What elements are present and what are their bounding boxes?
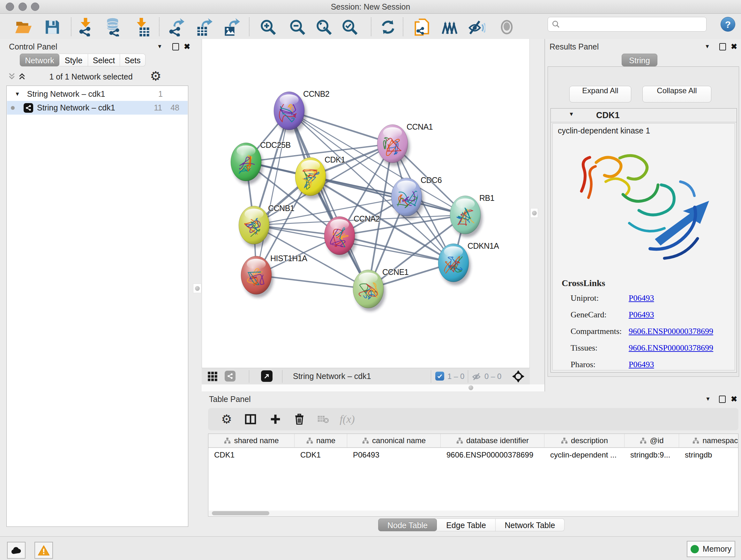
column-header[interactable]: description: [544, 434, 624, 447]
tab-network[interactable]: Network: [20, 54, 59, 66]
tab-sets[interactable]: Sets: [120, 54, 145, 66]
zoom-fit-button[interactable]: [314, 18, 333, 36]
cell-canonical-name[interactable]: P06493: [347, 450, 441, 459]
help-button[interactable]: ?: [721, 17, 735, 32]
tab-edge-table[interactable]: Edge Table: [437, 518, 495, 531]
node-result-header[interactable]: ▼ CDK1: [551, 109, 737, 122]
network-node-ccna1[interactable]: CCNA1: [377, 122, 433, 166]
cell-description[interactable]: cyclin-dependent ...: [544, 450, 624, 459]
left-splitter[interactable]: [190, 39, 202, 384]
tab-network-table[interactable]: Network Table: [495, 518, 564, 531]
zoom-in-button[interactable]: [259, 18, 278, 36]
collapse-all-chevron-icon[interactable]: [8, 72, 16, 80]
open-session-button[interactable]: [14, 18, 33, 36]
network-collection-row[interactable]: ▼ String Network – cdk1 1: [7, 87, 188, 101]
network-node-ccne1[interactable]: CCNE1: [353, 267, 408, 311]
expand-all-button[interactable]: Expand All: [569, 86, 631, 103]
cell-id[interactable]: stringdb:9...: [624, 450, 679, 459]
network-row-selected[interactable]: String Network – cdk1 11 48: [7, 101, 188, 115]
tab-select[interactable]: Select: [88, 54, 120, 66]
right-splitter[interactable]: [530, 39, 544, 384]
network-node-rb1[interactable]: RB1: [450, 193, 494, 237]
import-table-file-button[interactable]: [133, 18, 152, 36]
control-panel-menu-icon[interactable]: ▼: [157, 44, 162, 50]
table-panel-menu-icon[interactable]: ▼: [705, 396, 711, 402]
column-header[interactable]: name: [294, 434, 347, 447]
crosslink-pharos-link[interactable]: P06493: [629, 360, 654, 369]
zoom-out-button[interactable]: [288, 18, 307, 36]
grid-view-icon[interactable]: [207, 371, 218, 381]
horizontal-splitter-handle[interactable]: [468, 385, 473, 390]
table-horizontal-scrollbar[interactable]: [209, 510, 738, 516]
network-canvas[interactable]: CCNB2CCNA1CDC25BCDK1CDC6RB1CCNB1CCNA2CDK…: [202, 39, 530, 368]
control-panel-close-icon[interactable]: ✖: [184, 44, 190, 50]
memory-button[interactable]: Memory: [687, 541, 735, 557]
export-table-button[interactable]: [195, 18, 214, 36]
crosslink-tissues-link[interactable]: 9606.ENSP00000378699: [629, 343, 713, 353]
network-node-ccnb1[interactable]: CCNB1: [239, 204, 294, 247]
delete-column-trash-icon[interactable]: [289, 408, 310, 430]
expand-all-chevron-icon[interactable]: [18, 72, 26, 80]
zoom-in-icon: [260, 19, 276, 36]
column-header[interactable]: canonical name: [347, 434, 441, 447]
zoom-selected-button[interactable]: [340, 18, 359, 36]
hidden-eye-icon[interactable]: [472, 371, 482, 381]
search-input[interactable]: [560, 19, 698, 29]
export-network-button[interactable]: [166, 18, 186, 36]
cloud-status-button[interactable]: [7, 542, 25, 559]
selected-checkbox-icon[interactable]: [435, 372, 444, 381]
cell-name[interactable]: CDK1: [294, 450, 347, 459]
table-row[interactable]: CDK1 CDK1 P06493 9606.ENSP00000378699 cy…: [208, 448, 738, 462]
network-edge[interactable]: [256, 111, 289, 275]
import-network-database-button[interactable]: [104, 18, 123, 36]
show-columns-icon[interactable]: [240, 408, 261, 430]
search-box[interactable]: [548, 17, 706, 32]
new-network-from-selection-button[interactable]: [412, 18, 431, 36]
apply-layout-button[interactable]: [379, 18, 398, 36]
column-header[interactable]: database identifier: [441, 434, 544, 447]
crosslink-genecard-link[interactable]: P06493: [629, 310, 654, 320]
results-panel-close-icon[interactable]: ✖: [731, 44, 737, 50]
network-graph[interactable]: CCNB2CCNA1CDC25BCDK1CDC6RB1CCNB1CCNA2CDK…: [202, 39, 529, 367]
network-view-share-icon[interactable]: [225, 371, 235, 381]
save-session-button[interactable]: [43, 18, 62, 36]
collapse-all-button[interactable]: Collapse All: [643, 86, 711, 103]
column-header[interactable]: namespace: [679, 434, 738, 447]
cell-shared-name[interactable]: CDK1: [208, 450, 294, 459]
table-settings-gear-icon[interactable]: ⚙: [216, 408, 237, 430]
results-panel-menu-icon[interactable]: ▼: [704, 44, 710, 50]
table-panel-close-icon[interactable]: ✖: [731, 396, 737, 402]
control-panel-float-icon[interactable]: [172, 43, 179, 51]
network-node-ccnb2[interactable]: CCNB2: [274, 89, 329, 133]
collection-disclosure-icon[interactable]: ▼: [15, 91, 20, 98]
table-scrollbar-thumb[interactable]: [212, 511, 269, 515]
hide-selected-button[interactable]: [467, 18, 486, 36]
network-options-gear-icon[interactable]: ⚙: [150, 69, 161, 83]
column-header[interactable]: @id: [624, 434, 679, 447]
network-node-hist1h1a[interactable]: HIST1H1A: [241, 254, 307, 298]
birdseye-toggle-icon[interactable]: [512, 370, 525, 383]
right-splitter-handle[interactable]: [530, 208, 538, 218]
results-panel-float-icon[interactable]: [719, 43, 726, 51]
first-neighbors-button[interactable]: [441, 18, 460, 36]
column-header[interactable]: shared name: [208, 434, 294, 447]
crosslink-uniprot-link[interactable]: P06493: [629, 294, 654, 303]
detach-view-button[interactable]: [261, 370, 273, 382]
show-all-button[interactable]: [497, 18, 516, 36]
node-result-disclosure-icon[interactable]: ▼: [569, 111, 574, 118]
tab-string[interactable]: String: [622, 54, 657, 66]
network-node-cdc6[interactable]: CDC6: [391, 176, 442, 219]
add-column-icon[interactable]: [265, 408, 286, 430]
cell-database-identifier[interactable]: 9606.ENSP00000378699: [441, 450, 544, 459]
network-node-cdc25b[interactable]: CDC25B: [231, 140, 291, 184]
left-splitter-handle[interactable]: [193, 284, 201, 293]
crosslink-compartments-link[interactable]: 9606.ENSP00000378699: [629, 327, 713, 336]
table-panel-float-icon[interactable]: [719, 395, 726, 403]
network-node-cdkn1a[interactable]: CDKN1A: [438, 241, 499, 285]
warning-status-button[interactable]: [35, 542, 53, 559]
tab-node-table[interactable]: Node Table: [378, 518, 437, 531]
export-image-button[interactable]: [222, 18, 241, 36]
tab-style[interactable]: Style: [59, 54, 88, 66]
cell-namespace[interactable]: stringdb: [679, 450, 738, 459]
import-network-file-button[interactable]: [76, 18, 95, 36]
